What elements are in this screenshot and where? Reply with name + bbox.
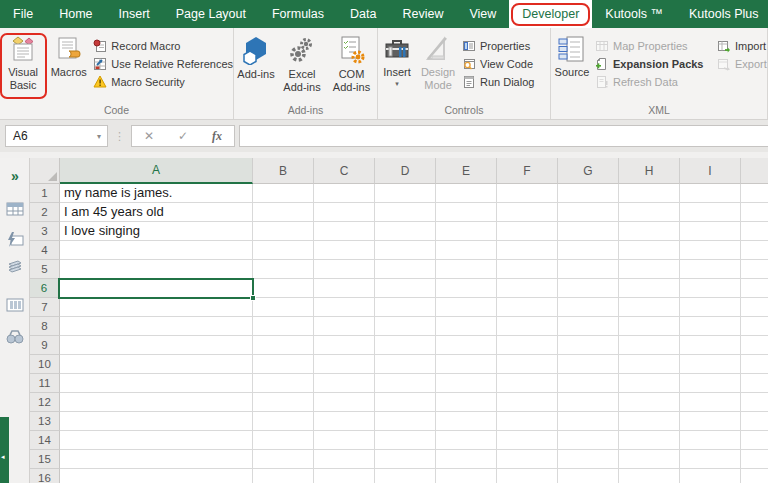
cell-C12[interactable] <box>314 393 375 412</box>
cell-A10[interactable] <box>60 355 253 374</box>
cell-B7[interactable] <box>253 298 314 317</box>
column-header-H[interactable]: H <box>619 158 680 184</box>
expansion-packs-button[interactable]: Expansion Packs <box>593 55 715 73</box>
cell-A8[interactable] <box>60 317 253 336</box>
cell-G14[interactable] <box>558 431 619 450</box>
cell-F3[interactable] <box>497 222 558 241</box>
cell-I10[interactable] <box>680 355 741 374</box>
cell-H2[interactable] <box>619 203 680 222</box>
use-relative-references-button[interactable]: Use Relative References <box>91 55 233 73</box>
cell-F14[interactable] <box>497 431 558 450</box>
cell-A3[interactable]: I love singing <box>60 222 253 241</box>
record-macro-button[interactable]: Record Macro <box>91 37 233 55</box>
cell-I5[interactable] <box>680 260 741 279</box>
cell-A13[interactable] <box>60 412 253 431</box>
cell-H9[interactable] <box>619 336 680 355</box>
cell-B11[interactable] <box>253 374 314 393</box>
tab-file[interactable]: File <box>0 0 46 28</box>
cell-I16[interactable] <box>680 469 741 483</box>
cell-E9[interactable] <box>436 336 497 355</box>
cell-A7[interactable] <box>60 298 253 317</box>
cell-H12[interactable] <box>619 393 680 412</box>
cell-F2[interactable] <box>497 203 558 222</box>
cell-E8[interactable] <box>436 317 497 336</box>
kutools-pane-tab[interactable]: ◂ <box>0 417 9 483</box>
cell-B4[interactable] <box>253 241 314 260</box>
cell-H11[interactable] <box>619 374 680 393</box>
cell-A11[interactable] <box>60 374 253 393</box>
flash-sheet-icon[interactable] <box>0 232 30 247</box>
cell-A9[interactable] <box>60 336 253 355</box>
cell-F12[interactable] <box>497 393 558 412</box>
tab-insert[interactable]: Insert <box>106 0 163 28</box>
cell-H14[interactable] <box>619 431 680 450</box>
cell-E4[interactable] <box>436 241 497 260</box>
cell-I2[interactable] <box>680 203 741 222</box>
cell-B13[interactable] <box>253 412 314 431</box>
cell-G13[interactable] <box>558 412 619 431</box>
cell-E7[interactable] <box>436 298 497 317</box>
cell-I6[interactable] <box>680 279 741 298</box>
cell-C16[interactable] <box>314 469 375 483</box>
column-header-A[interactable]: A <box>60 158 253 184</box>
cell-C11[interactable] <box>314 374 375 393</box>
cell-E6[interactable] <box>436 279 497 298</box>
expand-pane-chevrons-icon[interactable]: » <box>0 168 30 184</box>
row-header-14[interactable]: 14 <box>30 431 60 450</box>
cell-F16[interactable] <box>497 469 558 483</box>
cell-D10[interactable] <box>375 355 436 374</box>
add-ins-button[interactable]: Add-ins <box>236 32 276 81</box>
row-header-12[interactable]: 12 <box>30 393 60 412</box>
cell-F10[interactable] <box>497 355 558 374</box>
cell-F15[interactable] <box>497 450 558 469</box>
cell-C3[interactable] <box>314 222 375 241</box>
column-header-G[interactable]: G <box>558 158 619 184</box>
cell-B3[interactable] <box>253 222 314 241</box>
cell-D14[interactable] <box>375 431 436 450</box>
cell-D11[interactable] <box>375 374 436 393</box>
row-header-9[interactable]: 9 <box>30 336 60 355</box>
cell-C10[interactable] <box>314 355 375 374</box>
cell-G15[interactable] <box>558 450 619 469</box>
column-header-C[interactable]: C <box>314 158 375 184</box>
cell-E13[interactable] <box>436 412 497 431</box>
cell-H8[interactable] <box>619 317 680 336</box>
cell-G8[interactable] <box>558 317 619 336</box>
cancel-icon[interactable]: ✕ <box>132 129 166 143</box>
tab-formulas[interactable]: Formulas <box>259 0 337 28</box>
column-list-icon[interactable] <box>0 298 30 312</box>
cell-B8[interactable] <box>253 317 314 336</box>
cell-A15[interactable] <box>60 450 253 469</box>
properties-button[interactable]: Properties <box>460 37 534 55</box>
cell-A6[interactable] <box>60 279 253 298</box>
tab-view[interactable]: View <box>456 0 509 28</box>
cell-I8[interactable] <box>680 317 741 336</box>
select-all-corner[interactable] <box>30 158 60 184</box>
cell-G11[interactable] <box>558 374 619 393</box>
cell-H10[interactable] <box>619 355 680 374</box>
row-header-4[interactable]: 4 <box>30 241 60 260</box>
binoculars-icon[interactable] <box>0 330 30 344</box>
cell-G16[interactable] <box>558 469 619 483</box>
cell-B1[interactable] <box>253 184 314 203</box>
cell-D3[interactable] <box>375 222 436 241</box>
cell-A5[interactable] <box>60 260 253 279</box>
cell-F9[interactable] <box>497 336 558 355</box>
cell-H6[interactable] <box>619 279 680 298</box>
column-header-E[interactable]: E <box>436 158 497 184</box>
view-code-button[interactable]: View Code <box>460 55 534 73</box>
cell-F4[interactable] <box>497 241 558 260</box>
cell-A4[interactable] <box>60 241 253 260</box>
cell-B9[interactable] <box>253 336 314 355</box>
cell-H13[interactable] <box>619 412 680 431</box>
cell-I7[interactable] <box>680 298 741 317</box>
formula-input[interactable] <box>239 125 768 147</box>
cell-E1[interactable] <box>436 184 497 203</box>
cell-A14[interactable] <box>60 431 253 450</box>
cell-H5[interactable] <box>619 260 680 279</box>
cell-I3[interactable] <box>680 222 741 241</box>
cell-I14[interactable] <box>680 431 741 450</box>
tab-data[interactable]: Data <box>337 0 389 28</box>
cell-E15[interactable] <box>436 450 497 469</box>
cell-H7[interactable] <box>619 298 680 317</box>
